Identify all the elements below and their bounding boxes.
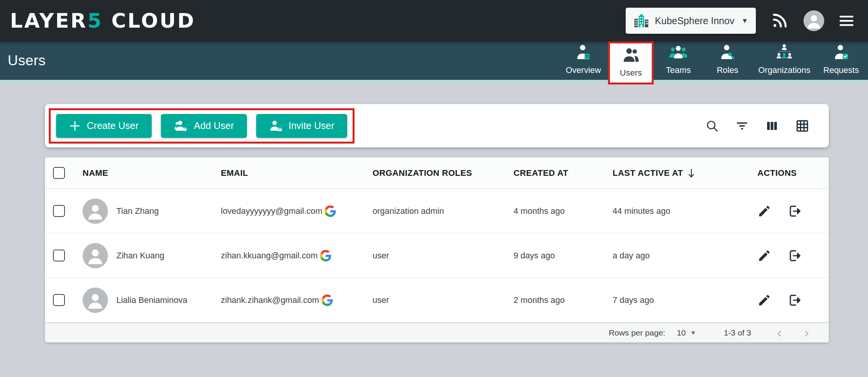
user-created-at: 2 months ago <box>514 295 613 305</box>
nav-tabs: Overview Users <box>559 41 866 80</box>
user-email: lovedayyyyyyy@gmail.com <box>221 206 322 216</box>
user-last-active-at: 44 minutes ago <box>613 206 750 216</box>
organization-name: KubeSphere Innov <box>655 15 734 26</box>
table-row[interactable]: Tian Zhang lovedayyyyyyy@gmail.com organ… <box>45 189 829 233</box>
previous-page-button[interactable]: ‹ <box>777 326 782 340</box>
topbar-actions: KubeSphere Innov ▼ <box>626 8 854 34</box>
rows-per-page-value: 10 <box>677 328 686 337</box>
main-content: Create User Add User <box>0 82 868 342</box>
tab-users[interactable]: Users <box>608 41 654 80</box>
remove-user-icon[interactable] <box>787 248 802 263</box>
user-email: zihank.zihank@gmail.com <box>221 295 319 305</box>
invite-user-button[interactable]: Invite User <box>256 114 347 138</box>
teams-group-icon <box>669 44 688 62</box>
organizations-hierarchy-icon <box>775 44 793 62</box>
user-email: zihan.kkuang@gmail.com <box>221 251 318 261</box>
google-provider-icon <box>320 250 331 261</box>
table-row[interactable]: Lialia Beniaminova zihank.zihank@gmail.c… <box>45 278 829 322</box>
tab-requests[interactable]: Requests <box>817 41 866 80</box>
column-header-organization-roles[interactable]: ORGANIZATION ROLES <box>373 168 514 178</box>
tab-organizations[interactable]: Organizations <box>752 41 817 80</box>
user-name: Zihan Kuang <box>116 251 164 261</box>
organization-icon <box>633 13 649 29</box>
app-header: LAYER5 CLOUD <box>0 0 868 41</box>
tab-overview-label: Overview <box>566 65 601 75</box>
google-provider-icon <box>325 205 336 217</box>
column-header-actions: ACTIONS <box>750 168 829 178</box>
table-toolbar-icons <box>705 119 810 133</box>
table-pagination: Rows per page: 10 ▼ 1-3 of 3 ‹ › <box>45 322 829 342</box>
columns-icon[interactable] <box>765 119 779 133</box>
rows-per-page-label: Rows per page: <box>609 328 665 337</box>
tab-requests-label: Requests <box>823 65 859 75</box>
sort-desc-icon[interactable] <box>687 168 696 178</box>
row-checkbox[interactable] <box>53 250 65 261</box>
plus-icon <box>69 120 81 132</box>
page-title: Users <box>8 53 46 69</box>
avatar-icon <box>803 10 824 31</box>
user-last-active-at: a day ago <box>613 251 750 261</box>
column-header-name[interactable]: NAME <box>83 168 221 178</box>
user-avatar-icon <box>83 198 108 224</box>
remove-user-icon[interactable] <box>787 204 802 218</box>
feed-icon[interactable] <box>770 12 789 30</box>
table-row[interactable]: Zihan Kuang zihan.kkuang@gmail.com user … <box>45 233 829 278</box>
logo-layer: LAYER <box>10 9 88 32</box>
next-page-button[interactable]: › <box>804 326 810 340</box>
search-icon[interactable] <box>705 119 719 133</box>
logo-cloud: CLOUD <box>103 9 195 32</box>
roles-person-key-icon <box>719 44 736 62</box>
user-created-at: 9 days ago <box>514 251 613 261</box>
user-created-at: 4 months ago <box>514 206 613 216</box>
profile-avatar[interactable] <box>803 10 824 31</box>
user-avatar-icon <box>83 243 108 268</box>
select-all-checkbox[interactable] <box>53 167 65 179</box>
filter-icon[interactable] <box>735 119 749 133</box>
create-user-button[interactable]: Create User <box>56 114 152 138</box>
edit-user-icon[interactable] <box>757 249 771 263</box>
buttons-annotation-box: Create User Add User <box>49 108 354 144</box>
chevron-down-icon: ▼ <box>741 17 748 25</box>
users-table: NAME EMAIL ORGANIZATION ROLES CREATED AT… <box>45 157 829 342</box>
column-header-email[interactable]: EMAIL <box>221 168 373 178</box>
create-user-label: Create User <box>87 120 139 131</box>
table-header-row: NAME EMAIL ORGANIZATION ROLES CREATED AT… <box>45 157 829 189</box>
chevron-down-icon: ▼ <box>691 329 696 336</box>
row-checkbox[interactable] <box>53 205 65 217</box>
tab-users-annotation-box: Users <box>608 41 654 84</box>
user-role: user <box>373 251 514 261</box>
edit-user-icon[interactable] <box>757 293 771 307</box>
edit-user-icon[interactable] <box>757 204 771 218</box>
tab-teams-label: Teams <box>666 65 691 75</box>
user-last-active-at: 7 days ago <box>613 295 750 305</box>
user-name: Lialia Beniaminova <box>116 295 187 305</box>
row-checkbox[interactable] <box>53 294 65 306</box>
pagination-range: 1-3 of 3 <box>724 328 751 337</box>
logo-five: 5 <box>88 9 103 32</box>
page-subnav: Users Overview <box>0 41 868 82</box>
organization-switcher[interactable]: KubeSphere Innov ▼ <box>626 8 756 34</box>
column-header-created-at[interactable]: CREATED AT <box>514 168 613 178</box>
tab-users-label: Users <box>620 68 642 78</box>
grid-view-icon[interactable] <box>795 119 810 133</box>
invite-user-label: Invite User <box>288 120 334 131</box>
user-avatar-icon <box>83 288 108 313</box>
tab-organizations-label: Organizations <box>758 65 810 75</box>
user-role: user <box>373 295 514 305</box>
column-header-last-active-at[interactable]: LAST ACTIVE AT <box>613 168 750 178</box>
tab-overview[interactable]: Overview <box>559 41 608 80</box>
remove-user-icon[interactable] <box>787 293 802 308</box>
overview-person-badge-icon <box>575 44 592 62</box>
tab-teams[interactable]: Teams <box>654 41 703 80</box>
rows-per-page-select[interactable]: 10 ▼ <box>677 328 696 337</box>
hamburger-menu-icon[interactable] <box>839 14 854 27</box>
add-user-button[interactable]: Add User <box>161 114 247 138</box>
users-toolbar: Create User Add User <box>45 104 829 147</box>
user-role: organization admin <box>373 206 514 216</box>
person-add-icon <box>174 120 188 132</box>
layer5-cloud-logo: LAYER5 CLOUD <box>10 9 195 32</box>
person-invite-icon <box>269 120 282 132</box>
google-provider-icon <box>321 294 333 306</box>
add-user-label: Add User <box>194 120 234 131</box>
tab-roles[interactable]: Roles <box>703 41 752 80</box>
